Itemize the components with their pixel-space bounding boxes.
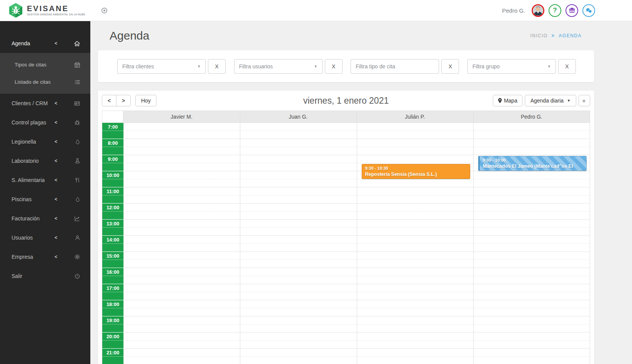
calendar-cell[interactable] (357, 300, 473, 316)
calendar-cell[interactable] (240, 220, 356, 236)
calendar-cell[interactable] (124, 220, 240, 236)
sidebar-item-usuarios[interactable]: Usuarios < (0, 228, 90, 247)
calendar-cell[interactable] (124, 171, 240, 187)
calendar-cell[interactable] (240, 316, 356, 333)
calendar-cell[interactable] (474, 204, 590, 220)
calendar-cell[interactable] (124, 236, 240, 252)
calendar-cell[interactable] (124, 300, 240, 316)
calendar-cell[interactable] (357, 139, 473, 155)
sidebar-item-s-alimentaria[interactable]: S. Alimentaria < (0, 170, 90, 190)
calendar-cell[interactable] (240, 284, 356, 300)
calendar-cell[interactable] (474, 236, 590, 252)
calendar-cell[interactable] (474, 171, 590, 187)
sidebar-item-laboratorio[interactable]: Laboratorio < (0, 151, 90, 170)
gift-icon[interactable] (565, 4, 578, 17)
calendar-cell[interactable] (240, 139, 356, 155)
calendar-cell[interactable] (124, 204, 240, 220)
calendar-cell[interactable] (474, 220, 590, 236)
brand-logo[interactable]: EVISANE GESTIÓN SANIDAD AMBIENTAL EN LA … (0, 3, 85, 18)
calendar-cell[interactable] (357, 187, 473, 204)
calendar-cell[interactable] (124, 139, 240, 155)
help-icon[interactable]: ? (549, 4, 561, 17)
filter-usuarios-clear-button[interactable]: X (325, 59, 343, 74)
calendar-column[interactable] (240, 123, 356, 364)
calendar-cell[interactable] (124, 349, 240, 364)
calendar-cell[interactable] (357, 333, 473, 349)
calendar-cell[interactable] (124, 187, 240, 204)
calendar-cell[interactable] (124, 316, 240, 333)
sidebar-item-piscinas[interactable]: Piscinas < (0, 190, 90, 209)
calendar-cell[interactable] (357, 220, 473, 236)
calendar-cell[interactable] (240, 123, 356, 139)
filter-tipo-cita-clear-button[interactable]: X (441, 59, 459, 74)
sidebar-toggle-icon[interactable] (101, 8, 107, 13)
calendar-cell[interactable] (124, 333, 240, 349)
calendar-cell[interactable] (124, 268, 240, 284)
calendar-cell[interactable] (357, 236, 473, 252)
calendar-cell[interactable] (474, 123, 590, 139)
time-slot: 14:00 (102, 236, 123, 252)
calendar-cell[interactable] (474, 349, 590, 364)
filter-usuarios-select[interactable]: Filtra usuarios ▼ (234, 59, 323, 74)
calendar-event[interactable]: 9:30 - 10:30Repostería Sensia (Sensia S.… (362, 164, 470, 179)
next-day-button[interactable]: > (116, 95, 131, 106)
user-avatar[interactable] (532, 4, 544, 17)
sidebar-item-control-plagas[interactable]: Control plagas < (0, 113, 90, 132)
calendar-cell[interactable] (240, 349, 356, 364)
calendar-cell[interactable] (357, 252, 473, 268)
calendar-cell[interactable] (474, 139, 590, 155)
calendar-column[interactable]: 9:00 - 10:00Mantecados El Jameo (Mante'c… (473, 123, 590, 364)
sidebar-item-clientes-crm[interactable]: Clientes / CRM < (0, 94, 90, 113)
calendar-cell[interactable] (474, 252, 590, 268)
calendar-cell[interactable] (240, 187, 356, 204)
chat-icon[interactable] (582, 4, 595, 17)
breadcrumb-home[interactable]: INICIO (530, 33, 548, 38)
sidebar-item-empresa[interactable]: Empresa < (0, 247, 90, 266)
map-button[interactable]: Mapa (493, 95, 522, 106)
calendar-cell[interactable] (474, 268, 590, 284)
calendar-event[interactable]: 9:00 - 10:00Mantecados El Jameo (Mante'c… (478, 156, 587, 171)
calendar-cell[interactable] (474, 284, 590, 300)
calendar-cell[interactable] (240, 155, 356, 171)
utensils-icon (75, 177, 80, 183)
today-button[interactable]: Hoy (135, 95, 156, 106)
filter-tipo-cita-input[interactable] (351, 59, 439, 74)
calendar-cell[interactable] (357, 268, 473, 284)
chevron-left-icon: < (55, 41, 63, 46)
collapse-toolbar-button[interactable]: » (579, 95, 590, 106)
sidebar-item-salir[interactable]: Salir (0, 266, 90, 286)
sidebar-item-listado-de-citas[interactable]: Listado de citas (0, 73, 90, 91)
calendar-cell[interactable] (240, 236, 356, 252)
calendar-cell[interactable] (240, 300, 356, 316)
view-select-button[interactable]: Agenda diaria ▼ (525, 95, 576, 106)
calendar-cell[interactable] (357, 349, 473, 364)
calendar-cell[interactable] (240, 268, 356, 284)
calendar-cell[interactable] (124, 123, 240, 139)
calendar-cell[interactable] (357, 204, 473, 220)
calendar-cell[interactable] (474, 333, 590, 349)
calendar-cell[interactable] (124, 252, 240, 268)
calendar-cell[interactable] (474, 316, 590, 333)
prev-day-button[interactable]: < (102, 95, 116, 106)
calendar-cell[interactable] (357, 316, 473, 333)
calendar-cell[interactable] (357, 123, 473, 139)
calendar-cell[interactable] (474, 187, 590, 204)
sidebar-item-legionella[interactable]: Legionella < (0, 132, 90, 151)
filter-clientes-select[interactable]: Filtra clientes ▼ (117, 59, 206, 74)
sidebar-item-facturacion[interactable]: Facturación < (0, 209, 90, 228)
calendar-cell[interactable] (357, 284, 473, 300)
filter-grupo-clear-button[interactable]: X (558, 59, 576, 74)
calendar-cell[interactable] (240, 204, 356, 220)
filter-grupo-select[interactable]: Filtra grupo ▼ (467, 59, 556, 74)
calendar-cell[interactable] (240, 171, 356, 187)
sidebar-item-agenda[interactable]: Agenda < (0, 34, 90, 53)
sidebar-item-tipos-de-citas[interactable]: Tipos de citas (0, 56, 90, 73)
calendar-cell[interactable] (124, 284, 240, 300)
calendar-column[interactable]: 9:30 - 10:30Repostería Sensia (Sensia S.… (357, 123, 473, 364)
calendar-column[interactable] (123, 123, 240, 364)
calendar-cell[interactable] (124, 155, 240, 171)
calendar-cell[interactable] (240, 333, 356, 349)
filter-clientes-clear-button[interactable]: X (208, 59, 226, 74)
calendar-cell[interactable] (474, 300, 590, 316)
calendar-cell[interactable] (240, 252, 356, 268)
